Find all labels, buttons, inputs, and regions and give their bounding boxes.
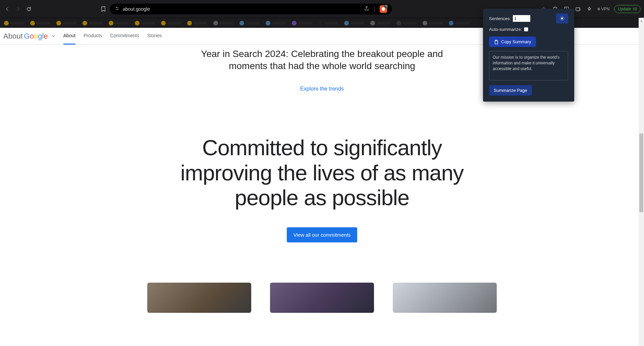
bookmark-item[interactable]	[187, 21, 207, 25]
about-label: About	[3, 32, 23, 41]
hero-subtitle: Year in Search 2024: Celebrating the bre…	[188, 48, 456, 72]
svg-rect-4	[495, 41, 498, 44]
bookmark-favicon	[30, 21, 35, 25]
address-bar[interactable]: about.google | 7	[110, 4, 392, 14]
bookmark-item[interactable]	[239, 21, 260, 25]
vpn-indicator[interactable]: VPN	[597, 7, 610, 11]
bookmark-favicon	[423, 21, 427, 25]
bookmark-item[interactable]	[266, 21, 286, 25]
bookmark-favicon	[83, 21, 87, 25]
story-card[interactable]	[393, 283, 497, 313]
bookmark-icon[interactable]	[99, 5, 107, 13]
story-card[interactable]	[147, 283, 251, 313]
scrollbar-track[interactable]: ▴	[639, 18, 644, 313]
chevron-down-icon[interactable]	[51, 33, 55, 39]
image-grid	[0, 283, 644, 313]
bookmark-item[interactable]	[109, 21, 129, 25]
back-button[interactable]	[3, 5, 11, 13]
tab-commitments[interactable]: Commitments	[110, 27, 139, 45]
bookmark-item[interactable]	[56, 21, 76, 25]
bookmark-item[interactable]	[4, 21, 24, 25]
summarizer-extension-popup: Sentences: Auto-summarize: Copy Summary …	[483, 9, 574, 102]
bookmark-item[interactable]	[83, 21, 103, 25]
tab-products[interactable]: Products	[84, 27, 102, 45]
auto-summarize-label: Auto-summarize:	[489, 27, 522, 32]
bookmark-item[interactable]	[370, 21, 390, 25]
vpn-status-dot	[597, 8, 600, 10]
url-text: about.google	[123, 6, 361, 12]
vpn-label: VPN	[601, 7, 610, 11]
copy-summary-button[interactable]: Copy Summary	[489, 37, 536, 47]
bookmark-favicon	[213, 21, 218, 25]
summarize-page-button[interactable]: Summarize Page	[489, 85, 532, 96]
bookmark-favicon	[56, 21, 61, 25]
bookmark-item[interactable]	[423, 21, 443, 25]
bookmark-item[interactable]	[30, 21, 50, 25]
story-card[interactable]	[270, 283, 374, 313]
bookmark-favicon	[370, 21, 375, 25]
forward-button[interactable]	[14, 5, 22, 13]
share-icon[interactable]	[364, 6, 369, 12]
sentences-label: Sentences:	[489, 16, 511, 21]
wallet-icon[interactable]	[575, 6, 581, 12]
shields-count: 7	[384, 4, 388, 8]
summary-output: Our mission is to organize the world's i…	[489, 51, 568, 80]
bookmark-item[interactable]	[213, 21, 233, 25]
scrollbar-thumb[interactable]	[639, 133, 643, 212]
svg-point-3	[561, 17, 563, 19]
bookmark-favicon	[109, 21, 113, 25]
auto-summarize-checkbox[interactable]	[524, 27, 528, 32]
bookmark-favicon	[239, 21, 244, 25]
leo-icon[interactable]	[586, 6, 593, 12]
bookmark-favicon	[161, 21, 166, 25]
view-commitments-button[interactable]: View all our commitments	[287, 227, 358, 242]
bookmark-item[interactable]	[449, 21, 469, 25]
bookmark-favicon	[187, 21, 192, 25]
sentences-input[interactable]	[513, 15, 530, 22]
update-button[interactable]: Update	[614, 5, 641, 13]
bookmark-favicon	[135, 21, 140, 25]
bookmark-item[interactable]	[161, 21, 181, 25]
bookmark-item[interactable]	[292, 21, 312, 25]
bookmark-item[interactable]	[344, 21, 364, 25]
reload-button[interactable]	[25, 5, 33, 13]
site-settings-icon[interactable]	[115, 6, 119, 12]
tab-about[interactable]: About	[63, 27, 76, 45]
bookmark-item[interactable]	[396, 21, 417, 25]
bookmark-item[interactable]	[318, 21, 338, 25]
brave-shields-icon[interactable]: 7	[380, 5, 387, 13]
bookmark-favicon	[449, 21, 453, 25]
bookmark-item[interactable]	[135, 21, 155, 25]
tab-stories[interactable]: Stories	[147, 27, 162, 45]
bookmark-favicon	[396, 21, 401, 25]
site-logo[interactable]: About Google	[3, 32, 55, 41]
bookmark-favicon	[292, 21, 297, 25]
bookmark-favicon	[318, 21, 323, 25]
menu-icon	[633, 8, 637, 10]
bookmark-favicon	[4, 21, 9, 25]
scrollbar-up-button[interactable]: ▴	[639, 18, 644, 23]
nav-tabs: About Products Commitments Stories	[63, 27, 162, 45]
bookmark-favicon	[266, 21, 270, 25]
theme-toggle-button[interactable]	[556, 13, 568, 23]
main-headline: Committed to significantly improving the…	[154, 135, 490, 211]
bookmark-favicon	[344, 21, 349, 25]
google-logo: Google	[24, 32, 48, 41]
